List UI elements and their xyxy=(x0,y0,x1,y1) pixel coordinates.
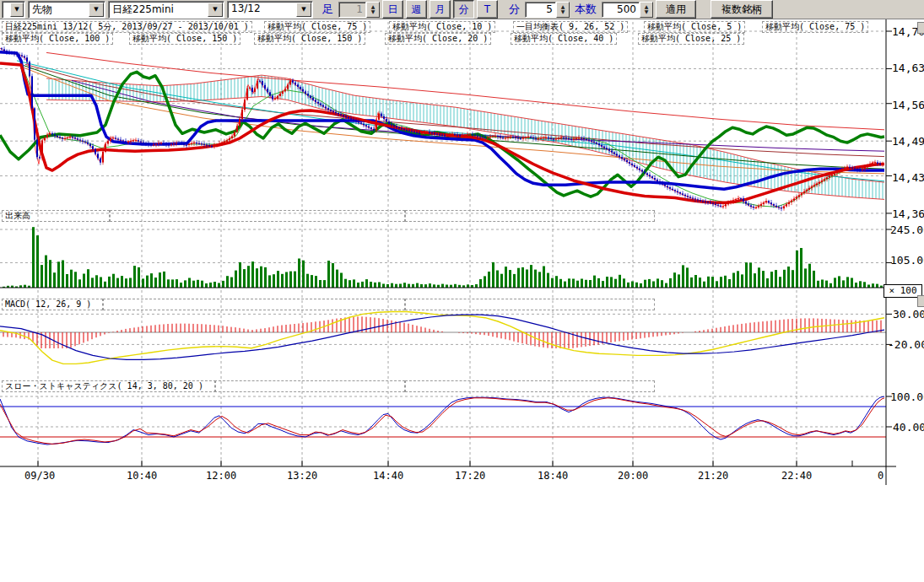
legend-ma75: 移動平均( Close, 75 ) xyxy=(264,21,370,33)
timeframe-stepper-value: 1 xyxy=(338,2,366,18)
time-axis-label: 17:20 xyxy=(455,471,485,481)
timeframe-label: 足 xyxy=(322,2,333,17)
period-minute-button[interactable]: 分 xyxy=(453,0,474,19)
contract-combobox-value: 13/12 xyxy=(228,2,295,18)
stoch-panel-label: スロー・ストキャスティクス( 14, 3, 80, 20 ) xyxy=(2,380,216,392)
price-axis-label: 14,565 xyxy=(892,100,924,110)
mini-combobox[interactable]: ▼ xyxy=(2,1,25,19)
chevron-down-icon[interactable]: ▼ xyxy=(208,3,223,17)
period-month-button[interactable]: 月 xyxy=(430,0,451,19)
price-axis-label: 14,430 xyxy=(892,172,924,183)
chevron-down-icon[interactable]: ▼ xyxy=(89,3,104,17)
symbol-combobox[interactable]: 日経225mini ▼ xyxy=(108,1,224,19)
timeframe-stepper[interactable]: 1 ▲▼ xyxy=(338,2,380,18)
price-axis-label: 14,360 xyxy=(892,208,924,219)
legend-chart-title: 日経225mini 13/12( 5分, 2013/09/27 - 2013/1… xyxy=(2,21,252,33)
legend-ichimoku: 一目均衡表( 9, 26, 52 ) xyxy=(513,21,628,33)
minute-label: 分 xyxy=(509,2,520,17)
volume-axis-label: 105.00 xyxy=(890,255,924,266)
period-day-button[interactable]: 日 xyxy=(382,0,403,19)
empty-legend-cell xyxy=(405,299,655,310)
legend-ma25: 移動平均( Close, 25 ) xyxy=(638,33,744,45)
legend-ma20: 移動平均( Close, 20 ) xyxy=(385,33,491,45)
mini-combobox-value xyxy=(3,2,9,18)
period-tick-button[interactable]: T xyxy=(477,0,498,19)
spinner-arrows-icon[interactable]: ▲▼ xyxy=(556,2,570,18)
empty-legend-cell xyxy=(103,299,405,310)
contract-combobox[interactable]: 13/12 ▼ xyxy=(227,1,313,19)
symbol-combobox-value: 日経225mini xyxy=(109,2,207,18)
stoch-axis-label: 40.00 xyxy=(893,422,924,433)
spinner-arrows-icon[interactable]: ▲▼ xyxy=(366,2,380,18)
time-axis-label: 09/30 xyxy=(24,471,55,481)
empty-legend-cell xyxy=(405,380,655,392)
market-combobox[interactable]: 先物 ▼ xyxy=(28,1,105,19)
legend-ma150: 移動平均( Close, 150 ) xyxy=(129,33,240,45)
volume-panel-label: 出来高 xyxy=(2,210,110,222)
toolbar: ▼ 先物 ▼ 日経225mini ▼ 13/12 ▼ 足 1 ▲▼ 日 週 月 … xyxy=(0,0,924,19)
panel-resize-handle[interactable] xyxy=(917,22,924,34)
minute-stepper[interactable]: 5 ▲▼ xyxy=(525,2,570,18)
time-axis-label: 20:00 xyxy=(618,471,648,481)
time-axis-label: 14:40 xyxy=(373,471,403,481)
bar-count-stepper-value: 500 xyxy=(602,2,640,18)
bar-count-stepper[interactable]: 500 ▲▼ xyxy=(602,2,653,18)
time-axis-label: 13:20 xyxy=(287,471,317,481)
market-combobox-value: 先物 xyxy=(29,2,88,18)
legend-ma100: 移動平均( Close, 100 ) xyxy=(2,33,113,45)
time-axis-label: 22:40 xyxy=(781,471,812,481)
minute-stepper-value: 5 xyxy=(525,2,556,18)
time-axis-label: 18:40 xyxy=(538,471,568,481)
trading-chart-window: ▼ 先物 ▼ 日経225mini ▼ 13/12 ▼ 足 1 ▲▼ 日 週 月 … xyxy=(0,0,924,582)
panel-resize-handle[interactable] xyxy=(917,295,924,307)
macd-axis-label: -20.00 xyxy=(888,339,924,350)
price-axis-label: 14,495 xyxy=(892,136,924,147)
legend-ma40: 移動平均( Close, 40 ) xyxy=(511,33,617,45)
spinner-arrows-icon[interactable]: ▲▼ xyxy=(640,2,653,18)
macd-axis-label: 30.00 xyxy=(893,309,924,320)
legend-ma10: 移動平均( Close, 10 ) xyxy=(389,21,495,33)
macd-panel-label: MACD( 12, 26, 9 ) xyxy=(2,299,103,310)
time-axis-label: 10:40 xyxy=(127,471,157,481)
empty-legend-cell xyxy=(110,210,405,222)
legend-ma75b: 移動平均( Close, 75 ) xyxy=(762,21,868,33)
time-axis-label: 12:00 xyxy=(206,471,236,481)
chevron-down-icon[interactable]: ▼ xyxy=(10,3,24,17)
period-week-button[interactable]: 週 xyxy=(406,0,427,19)
chevron-down-icon[interactable]: ▼ xyxy=(296,3,311,17)
stoch-axis-label: 100.00 xyxy=(890,391,924,402)
apply-button[interactable]: 適用 xyxy=(656,0,696,19)
legend-ma5: 移動平均( Close, 5 ) xyxy=(644,21,745,33)
time-axis-label: 21:20 xyxy=(698,471,728,481)
volume-axis-label: 245.00 xyxy=(890,224,924,235)
chart-canvas[interactable] xyxy=(0,19,924,487)
legend-ma150b: 移動平均( Close, 150 ) xyxy=(254,33,365,45)
empty-legend-cell xyxy=(405,210,655,222)
empty-legend-cell xyxy=(214,380,405,392)
price-axis-label: 14,630 xyxy=(892,62,924,73)
multi-symbol-button[interactable]: 複数銘柄 xyxy=(711,0,773,19)
time-axis-label: 0 xyxy=(878,471,883,481)
bar-count-label: 本数 xyxy=(575,2,597,17)
